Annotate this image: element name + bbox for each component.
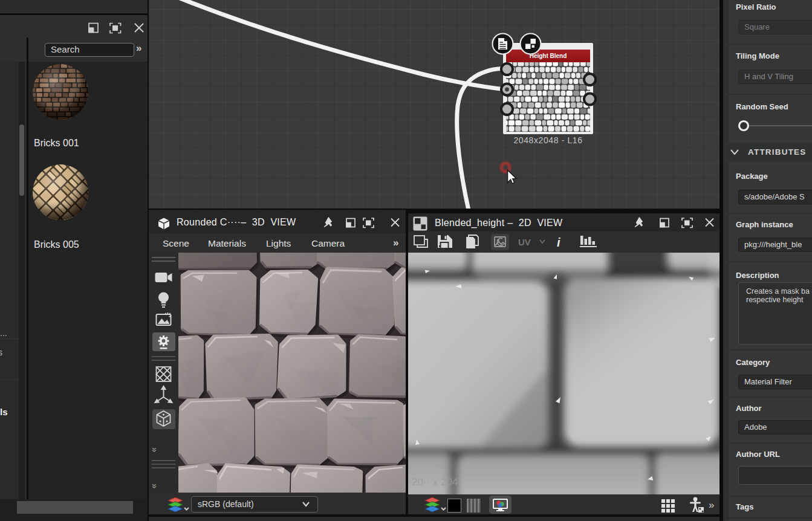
svg-text:»: »	[150, 447, 160, 452]
svg-text:»: »	[150, 484, 160, 488]
svg-text:20·· x 204·: 20·· x 204·	[412, 476, 461, 488]
svg-text:UV: UV	[518, 237, 531, 247]
svg-text:i: i	[557, 236, 560, 249]
